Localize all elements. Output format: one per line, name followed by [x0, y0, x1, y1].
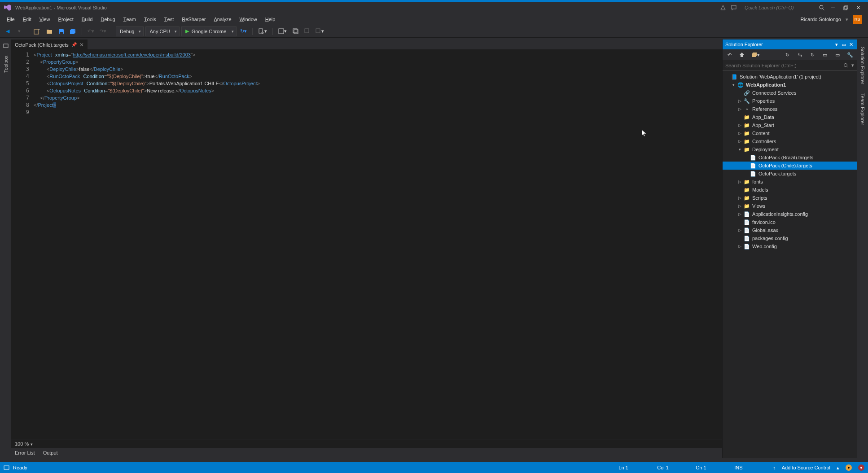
- tree-item-packages-config[interactable]: 📄packages.config: [723, 234, 857, 242]
- start-button[interactable]: ▶Google Chrome: [181, 26, 237, 36]
- menu-resharper[interactable]: ReSharper: [178, 13, 210, 25]
- tree-item-global-asax[interactable]: ▷📄Global.asax: [723, 226, 857, 234]
- expander-icon[interactable]: ▷: [737, 131, 742, 136]
- quick-launch-search-icon[interactable]: [817, 3, 827, 13]
- status-source-control[interactable]: Add to Source Control: [782, 465, 830, 470]
- tree-item-deployment[interactable]: ▾📁Deployment: [723, 145, 857, 153]
- panel-dropdown-icon[interactable]: ▾: [833, 42, 840, 48]
- tree-item-app-start[interactable]: ▷📁App_Start: [723, 121, 857, 129]
- search-icon[interactable]: [843, 63, 849, 68]
- close-tab-icon[interactable]: ✕: [79, 42, 84, 48]
- find-in-files-button[interactable]: ▾: [256, 26, 269, 36]
- sol-back-icon[interactable]: ↶: [724, 50, 734, 60]
- project-root[interactable]: ▾🌐WebApplication1: [723, 81, 857, 89]
- maximize-button[interactable]: [839, 3, 852, 13]
- tree-item-app-data[interactable]: 📁App_Data: [723, 113, 857, 121]
- tree-item-applicationinsights-config[interactable]: ▷📄ApplicationInsights.config: [723, 210, 857, 218]
- menu-analyze[interactable]: Analyze: [210, 13, 235, 25]
- toolbox-pin-icon[interactable]: [1, 41, 11, 51]
- nav-fwd-button[interactable]: ▾: [14, 26, 24, 36]
- expander-icon[interactable]: ▷: [737, 196, 742, 200]
- code-editor[interactable]: 123456789 <Project xmlns="http://schemas…: [11, 49, 722, 439]
- zoom-dropdown[interactable]: 100 %: [15, 441, 33, 447]
- nav-back-button[interactable]: ◀: [3, 26, 13, 36]
- expander-icon[interactable]: ▷: [737, 99, 742, 103]
- quick-launch-input[interactable]: [741, 3, 813, 12]
- menu-file[interactable]: File: [3, 13, 19, 25]
- undo-button[interactable]: ↶▾: [86, 26, 96, 36]
- sol-showall-icon[interactable]: ↻: [807, 50, 817, 60]
- tree-item-properties[interactable]: ▷🔧Properties: [723, 97, 857, 105]
- sol-icon-a[interactable]: ▭: [820, 50, 830, 60]
- status-badge-warn[interactable]: ●: [846, 464, 852, 471]
- config-dropdown[interactable]: Debug: [116, 26, 144, 36]
- solution-root[interactable]: 📘Solution 'WebApplication1' (1 project): [723, 73, 857, 81]
- panel-close-icon[interactable]: ✕: [848, 42, 854, 48]
- redo-button[interactable]: ↷▾: [98, 26, 108, 36]
- source-control-up-icon[interactable]: ↑: [773, 465, 776, 470]
- expander-icon[interactable]: ▷: [737, 123, 742, 127]
- platform-dropdown[interactable]: Any CPU: [145, 26, 179, 36]
- user-dropdown-icon[interactable]: ▾: [846, 17, 848, 22]
- tb-icon-3[interactable]: [302, 26, 312, 36]
- tree-item-references[interactable]: ▷▫References: [723, 105, 857, 113]
- sol-collapse-icon[interactable]: ⇆: [795, 50, 805, 60]
- menu-view[interactable]: View: [35, 13, 54, 25]
- expander-icon[interactable]: ▷: [737, 212, 742, 216]
- menu-team[interactable]: Team: [119, 13, 140, 25]
- sol-home-icon[interactable]: [737, 50, 747, 60]
- solution-explorer-rail-tab[interactable]: Solution Explorer: [859, 43, 866, 88]
- tree-item-octopack-brazil-targets[interactable]: 📄OctoPack (Brazil).targets: [723, 153, 857, 162]
- user-name[interactable]: Ricardo Sotolongo: [800, 17, 841, 22]
- tree-item-octopack-chile-targets[interactable]: 📄OctoPack (Chile).targets: [723, 162, 857, 170]
- open-file-button[interactable]: [44, 26, 54, 36]
- expander-icon[interactable]: ▷: [737, 228, 742, 232]
- status-badge-error[interactable]: ●: [858, 464, 864, 471]
- expander-icon[interactable]: ▾: [737, 147, 742, 152]
- search-dropdown-icon[interactable]: ▾: [851, 62, 854, 68]
- tree-item-octopack-targets[interactable]: 📄OctoPack.targets: [723, 170, 857, 178]
- tree-item-favicon-ico[interactable]: 📄favicon.ico: [723, 218, 857, 226]
- expander-icon[interactable]: ▷: [737, 107, 742, 111]
- source-control-dropdown-icon[interactable]: ▴: [837, 465, 839, 471]
- expander-icon[interactable]: ▾: [731, 83, 736, 87]
- feedback-icon[interactable]: [729, 3, 739, 13]
- save-all-button[interactable]: [68, 26, 78, 36]
- tree-item-controllers[interactable]: ▷📁Controllers: [723, 137, 857, 145]
- sol-sync-icon[interactable]: ▾: [750, 50, 762, 60]
- tree-item-views[interactable]: ▷📁Views: [723, 202, 857, 210]
- minimize-button[interactable]: ─: [827, 3, 839, 13]
- tb-icon-1[interactable]: ▾: [276, 26, 289, 36]
- tree-item-connected-services[interactable]: 🔗Connected Services: [723, 89, 857, 97]
- tab-octopack-chile[interactable]: OctoPack (Chile).targets 📌 ✕: [11, 39, 88, 49]
- expander-icon[interactable]: ▷: [737, 180, 742, 184]
- tree-item-content[interactable]: ▷📁Content: [723, 129, 857, 137]
- sol-icon-b[interactable]: ▭: [833, 50, 842, 60]
- menu-build[interactable]: Build: [78, 13, 96, 25]
- tree-item-models[interactable]: 📁Models: [723, 186, 857, 194]
- pin-icon[interactable]: 📌: [71, 42, 77, 47]
- close-button[interactable]: ✕: [852, 3, 864, 13]
- solution-search-input[interactable]: [725, 63, 841, 68]
- browser-refresh-button[interactable]: ↻▾: [238, 26, 249, 36]
- new-project-button[interactable]: [32, 26, 43, 36]
- menu-test[interactable]: Test: [160, 13, 178, 25]
- tb-icon-2[interactable]: [290, 26, 300, 36]
- panel-pin-icon[interactable]: ▭: [841, 42, 847, 48]
- solution-tree[interactable]: 📘Solution 'WebApplication1' (1 project)▾…: [723, 71, 857, 458]
- tree-item-web-config[interactable]: ▷📄Web.config: [723, 242, 857, 250]
- menu-debug[interactable]: Debug: [96, 13, 119, 25]
- menu-edit[interactable]: Edit: [19, 13, 35, 25]
- sol-refresh-icon[interactable]: ↻: [782, 50, 792, 60]
- toolbox-rail-tab[interactable]: Toolbox: [2, 52, 9, 76]
- expander-icon[interactable]: ▷: [737, 204, 742, 208]
- menu-window[interactable]: Window: [236, 13, 261, 25]
- tree-item-scripts[interactable]: ▷📁Scripts: [723, 194, 857, 202]
- expander-icon[interactable]: ▷: [737, 139, 742, 144]
- tb-icon-4[interactable]: ▾: [314, 26, 326, 36]
- bottom-tab-output[interactable]: Output: [43, 450, 58, 455]
- tree-item-fonts[interactable]: ▷📁fonts: [723, 178, 857, 186]
- team-explorer-rail-tab[interactable]: Team Explorer: [859, 90, 866, 129]
- user-avatar[interactable]: RS: [853, 15, 862, 24]
- code-body[interactable]: <Project xmlns="http://schemas.microsoft…: [34, 49, 722, 439]
